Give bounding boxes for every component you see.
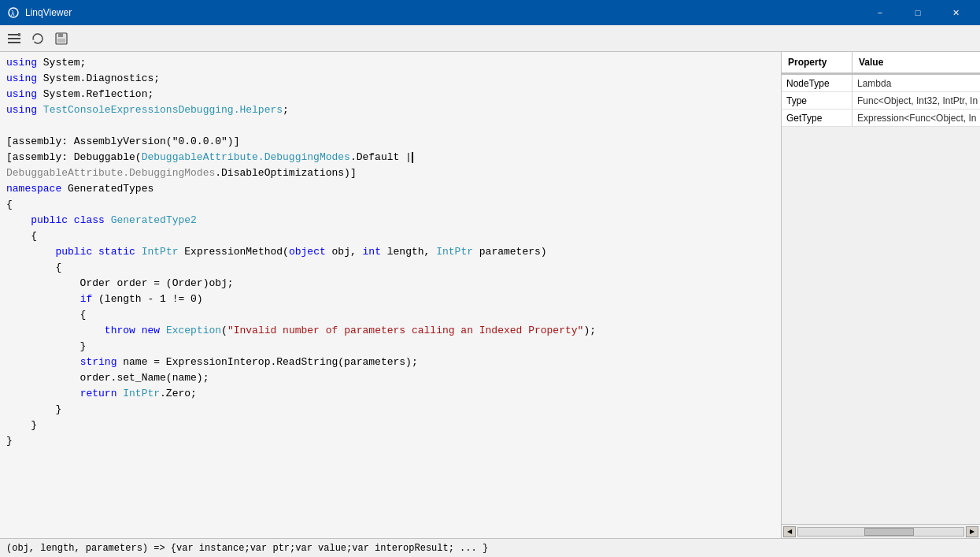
props-header-row: Property Value — [782, 52, 980, 74]
code-line: public class GeneratedType2 — [6, 213, 775, 228]
code-line: DebuggableAttribute.DebuggingModes.Disab… — [6, 165, 775, 181]
scroll-left-arrow[interactable]: ◀ — [783, 526, 796, 537]
toolbar — [0, 25, 980, 52]
code-line: using TestConsoleExpressionsDebugging.He… — [6, 102, 775, 118]
prop-name-nodetype: NodeType — [782, 75, 852, 91]
scroll-track[interactable] — [797, 527, 964, 537]
code-line: return IntPtr.Zero; — [6, 386, 775, 402]
title-bar: λ LinqViewer − □ ✕ — [0, 0, 980, 25]
code-line: using System.Diagnostics; — [6, 71, 775, 87]
props-panel: Property Value NodeType Lambda Type Func… — [781, 52, 980, 538]
minimize-button[interactable]: − — [862, 2, 898, 24]
prop-row-gettype[interactable]: GetType Expression<Func<Object, In — [782, 110, 980, 127]
prop-name-type: Type — [782, 92, 852, 109]
list-button[interactable] — [3, 28, 25, 49]
code-line: } — [6, 402, 775, 418]
close-button[interactable]: ✕ — [937, 2, 974, 24]
code-line: order.set_Name(name); — [6, 370, 775, 386]
prop-value-type: Func<Object, Int32, IntPtr, In — [852, 92, 980, 109]
code-line: [assembly: Debuggable(DebuggableAttribut… — [6, 150, 775, 165]
code-line: { — [6, 307, 775, 323]
code-line: Order order = (Order)obj; — [6, 276, 775, 291]
property-column-header: Property — [782, 52, 852, 74]
save-button[interactable] — [50, 28, 72, 49]
code-line: { — [6, 228, 775, 244]
prop-value-nodetype: Lambda — [852, 75, 980, 91]
code-line: public static IntPtr ExpressionMethod(ob… — [6, 244, 775, 260]
scroll-right-arrow[interactable]: ▶ — [966, 526, 978, 537]
code-line: throw new Exception("Invalid number of p… — [6, 323, 775, 339]
code-line — [6, 118, 775, 134]
svg-rect-5 — [18, 33, 20, 36]
svg-rect-7 — [58, 33, 63, 37]
code-line: } — [6, 433, 775, 449]
props-table[interactable]: NodeType Lambda Type Func<Object, Int32,… — [782, 75, 980, 524]
code-line: using System.Reflection; — [6, 87, 775, 102]
value-column-header: Value — [852, 52, 980, 74]
prop-name-gettype: GetType — [782, 110, 852, 126]
props-scrollbar: ◀ ▶ — [782, 524, 980, 538]
code-line: } — [6, 418, 775, 433]
code-line: { — [6, 197, 775, 213]
svg-rect-3 — [8, 38, 20, 39]
window-controls: − □ ✕ — [862, 2, 974, 24]
prop-row-nodetype[interactable]: NodeType Lambda — [782, 75, 980, 92]
app-icon: λ — [6, 6, 20, 20]
code-line: using System; — [6, 55, 775, 71]
code-editor[interactable]: using System; using System.Diagnostics; … — [0, 52, 781, 538]
svg-text:λ: λ — [11, 9, 15, 17]
code-line: [assembly: AssemblyVersion("0.0.0.0")] — [6, 134, 775, 150]
code-line: } — [6, 339, 775, 355]
code-line: string name = ExpressionInterop.ReadStri… — [6, 355, 775, 370]
main-area: using System; using System.Diagnostics; … — [0, 52, 980, 538]
code-line: namespace GeneratedTypes — [6, 181, 775, 197]
scroll-thumb[interactable] — [864, 528, 914, 536]
maximize-button[interactable]: □ — [900, 2, 936, 24]
code-line: { — [6, 260, 775, 276]
status-bar: (obj, length, parameters) => {var instan… — [0, 538, 980, 557]
prop-value-gettype: Expression<Func<Object, In — [852, 110, 980, 126]
svg-rect-8 — [57, 39, 65, 43]
refresh-button[interactable] — [27, 28, 49, 49]
props-header: Property Value — [782, 52, 980, 75]
prop-row-type[interactable]: Type Func<Object, Int32, IntPtr, In — [782, 92, 980, 110]
svg-rect-4 — [8, 42, 20, 43]
app-title: LinqViewer — [25, 7, 862, 18]
code-line: if (length - 1 != 0) — [6, 291, 775, 307]
status-text: (obj, length, parameters) => {var instan… — [6, 543, 488, 554]
